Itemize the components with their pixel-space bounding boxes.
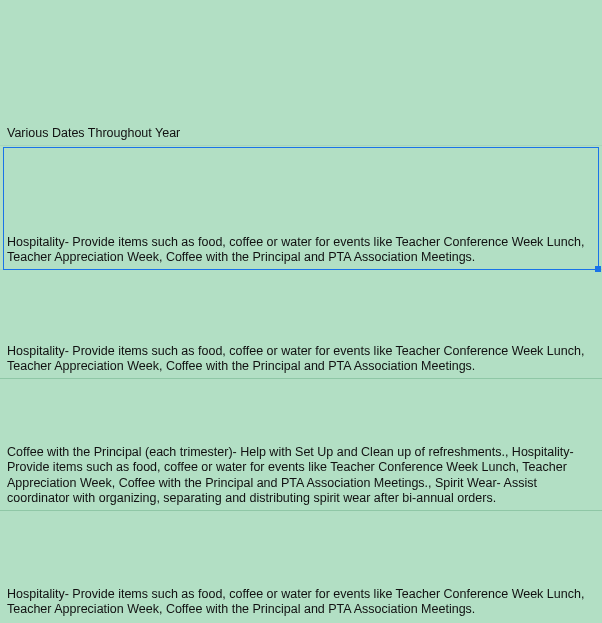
cell-text: Hospitality- Provide items such as food,… bbox=[7, 344, 595, 375]
cell-text: Hospitality- Provide items such as food,… bbox=[7, 235, 595, 266]
table-row[interactable]: Coffee with the Principal (each trimeste… bbox=[0, 379, 602, 511]
cell-text: Various Dates Throughout Year bbox=[7, 126, 595, 142]
table-row[interactable]: Hospitality- Provide items such as food,… bbox=[0, 146, 602, 270]
table-row[interactable]: Various Dates Throughout Year bbox=[0, 0, 602, 146]
cell-text: Hospitality- Provide items such as food,… bbox=[7, 587, 595, 618]
table-row[interactable]: Hospitality- Provide items such as food,… bbox=[0, 511, 602, 621]
spreadsheet-column: Various Dates Throughout Year Hospitalit… bbox=[0, 0, 602, 623]
cell-text: Coffee with the Principal (each trimeste… bbox=[7, 445, 595, 508]
table-row[interactable]: Hospitality- Provide items such as food,… bbox=[0, 270, 602, 379]
